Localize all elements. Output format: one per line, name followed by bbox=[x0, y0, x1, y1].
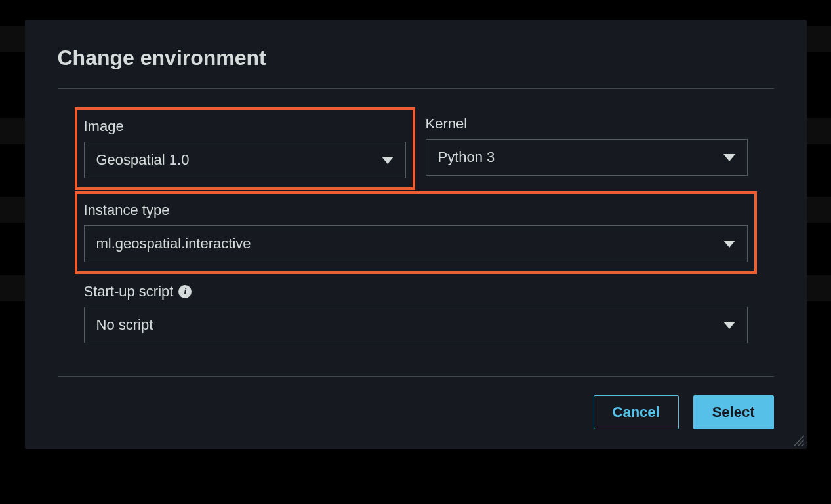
image-select[interactable]: Geospatial 1.0 bbox=[84, 142, 406, 178]
instance-type-select[interactable]: ml.geospatial.interactive bbox=[84, 225, 748, 262]
kernel-label: Kernel bbox=[426, 115, 468, 132]
startup-script-label: Start-up script bbox=[84, 283, 174, 300]
change-environment-modal: Change environment Image Geospatial 1.0 … bbox=[25, 20, 807, 449]
chevron-down-icon bbox=[723, 154, 735, 161]
chevron-down-icon bbox=[723, 241, 735, 248]
resize-handle-icon[interactable] bbox=[791, 433, 804, 446]
modal-title: Change environment bbox=[58, 46, 774, 70]
instance-type-label: Instance type bbox=[84, 202, 170, 219]
image-label: Image bbox=[84, 118, 124, 135]
kernel-select[interactable]: Python 3 bbox=[426, 139, 748, 176]
kernel-value: Python 3 bbox=[438, 149, 495, 166]
instance-type-field-wrapper: Instance type ml.geospatial.interactive bbox=[84, 199, 748, 266]
cancel-button[interactable]: Cancel bbox=[594, 395, 679, 429]
image-value: Geospatial 1.0 bbox=[96, 151, 190, 168]
startup-script-field-wrapper: Start-up script i No script bbox=[84, 283, 748, 343]
chevron-down-icon bbox=[382, 157, 394, 164]
instance-type-highlight: Instance type ml.geospatial.interactive bbox=[75, 191, 757, 274]
form-area: Image Geospatial 1.0 Kernel Python 3 bbox=[58, 89, 774, 376]
svg-line-2 bbox=[801, 444, 804, 446]
select-button[interactable]: Select bbox=[693, 395, 774, 429]
info-icon[interactable]: i bbox=[178, 285, 192, 298]
instance-type-value: ml.geospatial.interactive bbox=[96, 235, 251, 252]
image-highlight: Image Geospatial 1.0 bbox=[75, 107, 415, 190]
modal-footer: Cancel Select bbox=[58, 377, 774, 429]
chevron-down-icon bbox=[723, 322, 735, 329]
startup-script-value: No script bbox=[96, 317, 153, 334]
startup-script-select[interactable]: No script bbox=[84, 307, 748, 343]
kernel-field-wrapper: Kernel Python 3 bbox=[426, 115, 748, 182]
image-field-wrapper: Image Geospatial 1.0 bbox=[84, 115, 406, 182]
